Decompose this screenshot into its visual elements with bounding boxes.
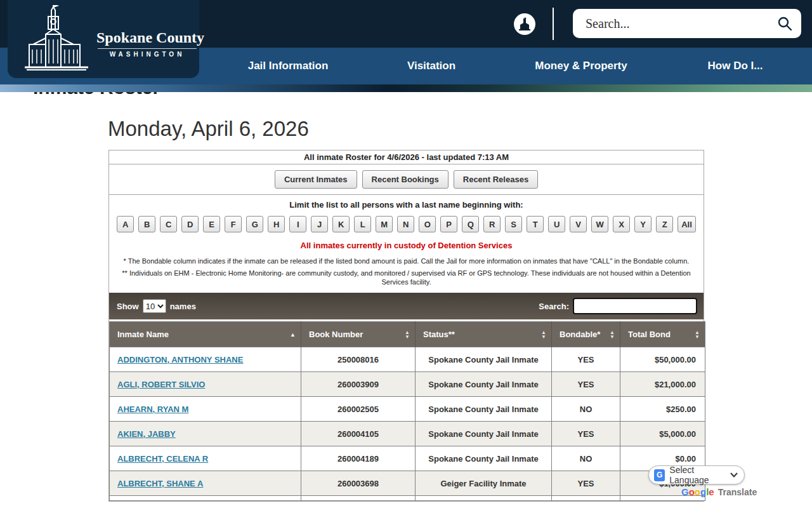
translate-icon: G xyxy=(654,469,665,481)
letter-button-b[interactable]: B xyxy=(138,216,155,232)
letter-button-f[interactable]: F xyxy=(225,216,242,232)
sort-both-icon: ▲▼ xyxy=(541,330,546,339)
letter-button-i[interactable]: I xyxy=(289,216,306,232)
bondable-cell: YES xyxy=(552,372,620,397)
table-toolbar: Show 10 names Search: xyxy=(109,293,704,319)
inmate-link[interactable]: AGLI, ROBERT SILVIO xyxy=(117,380,205,389)
letter-button-t[interactable]: T xyxy=(527,216,544,232)
nav-how-do-i[interactable]: How Do I... xyxy=(708,48,763,84)
recent-bookings-button[interactable]: Recent Bookings xyxy=(362,170,449,189)
date-heading: Monday, April 6, 2026 xyxy=(108,117,309,141)
translate-label: Translate xyxy=(718,487,757,497)
letter-button-x[interactable]: X xyxy=(613,216,630,232)
col-status[interactable]: Status** ▲▼ xyxy=(416,322,552,347)
letter-button-u[interactable]: U xyxy=(548,216,565,232)
sort-both-icon: ▲▼ xyxy=(610,330,615,339)
bondable-cell: YES xyxy=(552,422,620,446)
letter-button-all[interactable]: All xyxy=(678,216,696,232)
book-number-cell: 260003909 xyxy=(301,372,416,397)
table-search-input[interactable] xyxy=(573,298,697,314)
letter-button-r[interactable]: R xyxy=(483,216,501,232)
letter-button-y[interactable]: Y xyxy=(634,216,652,232)
inmate-link[interactable]: AHEARN, RYAN M xyxy=(117,404,188,414)
col-inmate-name[interactable]: Inmate Name ▲ xyxy=(110,322,301,347)
courthouse-badge-icon[interactable] xyxy=(514,13,535,35)
status-cell: Spokane County Jail Inmate xyxy=(416,372,552,397)
col-total-bond[interactable]: Total Bond ▲▼ xyxy=(620,322,705,347)
letter-button-v[interactable]: V xyxy=(570,216,587,232)
select-language-dropdown[interactable]: G Select Language xyxy=(648,465,745,485)
letter-button-p[interactable]: P xyxy=(440,216,457,232)
col-bondable[interactable]: Bondable* ▲▼ xyxy=(552,322,620,347)
recent-releases-button[interactable]: Recent Releases xyxy=(454,170,538,189)
inmate-link[interactable]: ALBRECHT, SHANE A xyxy=(117,479,203,488)
header-gradient-strip xyxy=(0,84,812,92)
site-search xyxy=(573,9,801,38)
letter-button-n[interactable]: N xyxy=(397,216,414,232)
sort-both-icon: ▲▼ xyxy=(405,330,410,339)
total-bond-cell: $250.00 xyxy=(620,397,705,422)
letter-button-k[interactable]: K xyxy=(332,216,350,232)
letter-button-a[interactable]: A xyxy=(117,216,134,232)
table-row: ADDINGTON, ANTHONY SHANE 250008016 Spoka… xyxy=(110,347,705,372)
show-label: Show xyxy=(117,302,139,311)
letter-button-m[interactable]: M xyxy=(376,216,393,232)
chevron-down-icon xyxy=(730,471,738,479)
letter-button-s[interactable]: S xyxy=(505,216,522,232)
inmate-link[interactable]: ALBRECHT, CELENA R xyxy=(117,454,208,464)
county-logo[interactable]: Spokane County WASHINGTON xyxy=(8,0,199,78)
letter-button-c[interactable]: C xyxy=(160,216,177,232)
book-number-cell: 250008016 xyxy=(301,347,416,372)
status-cell: Spokane County Jail Inmate xyxy=(416,422,552,446)
bondable-cell: YES xyxy=(552,347,620,372)
current-inmates-button[interactable]: Current Inmates xyxy=(275,170,357,189)
courthouse-icon xyxy=(22,5,91,74)
sort-asc-icon: ▲ xyxy=(290,332,296,337)
letter-button-o[interactable]: O xyxy=(419,216,436,232)
ehm-note: ** Individuals on EHM - Electronic Home … xyxy=(113,269,700,286)
letter-button-l[interactable]: L xyxy=(354,216,371,232)
inmate-link[interactable]: AKIEN, JABBY xyxy=(117,429,176,439)
status-cell: Geiger Facility Inmate xyxy=(416,471,552,496)
table-header-row: Inmate Name ▲ Book Number ▲▼ Status** ▲▼… xyxy=(110,322,705,347)
inmate-roster-page: Inmate Roster Monday, April 6, 2026 Jail… xyxy=(0,0,812,508)
letter-button-z[interactable]: Z xyxy=(656,216,673,232)
total-bond-cell: $5,000.00 xyxy=(620,422,705,446)
status-cell: Spokane County Jail Inmate xyxy=(416,446,552,471)
status-cell: Spokane County Jail Inmate xyxy=(416,347,552,372)
table-row: ALBRECHT, SHANE A 260003698 Geiger Facil… xyxy=(110,471,705,496)
letter-button-g[interactable]: G xyxy=(246,216,263,232)
roster-caption: All inmate Roster for 4/6/2026 - last up… xyxy=(109,150,704,164)
total-bond-cell: $21,000.00 xyxy=(620,372,705,397)
nav-visitation[interactable]: Visitation xyxy=(407,48,455,84)
letter-buttons: A B C D E F G H I J K L M N O P Q R S T xyxy=(113,216,700,232)
sort-both-icon: ▲▼ xyxy=(695,330,700,339)
view-buttons: Current Inmates Recent Bookings Recent R… xyxy=(109,164,704,195)
nav-jail-information[interactable]: Jail Information xyxy=(248,48,329,84)
letter-filter-label: Limit the list to all persons with a las… xyxy=(113,200,700,210)
bondable-cell: YES xyxy=(552,471,620,496)
total-bond-cell: $50,000.00 xyxy=(620,347,705,372)
inmate-link[interactable]: ADDINGTON, ANTHONY SHANE xyxy=(117,355,243,364)
table-row: AGLI, ROBERT SILVIO 260003909 Spokane Co… xyxy=(110,372,705,397)
google-translate-attribution: GoogleTranslate xyxy=(681,486,757,497)
nav-money-property[interactable]: Money & Property xyxy=(535,48,627,84)
letter-button-w[interactable]: W xyxy=(591,216,608,232)
table-row-partial xyxy=(110,496,705,501)
page-length-select[interactable]: 10 xyxy=(143,299,166,313)
logo-title: Spokane County xyxy=(96,29,198,46)
col-book-number[interactable]: Book Number ▲▼ xyxy=(301,322,416,347)
logo-rule xyxy=(98,48,197,49)
letter-button-j[interactable]: J xyxy=(311,216,328,232)
logo-subtitle: WASHINGTON xyxy=(96,51,198,58)
status-cell: Spokane County Jail Inmate xyxy=(416,397,552,422)
book-number-cell: 260004105 xyxy=(301,422,416,446)
letter-button-h[interactable]: H xyxy=(268,216,285,232)
book-number-cell: 260004189 xyxy=(301,446,416,471)
letter-button-d[interactable]: D xyxy=(181,216,199,232)
site-search-input[interactable] xyxy=(586,17,777,31)
letter-button-e[interactable]: E xyxy=(203,216,220,232)
letter-button-q[interactable]: Q xyxy=(462,216,479,232)
search-icon[interactable] xyxy=(777,16,792,31)
roster-panel: All inmate Roster for 4/6/2026 - last up… xyxy=(108,150,704,502)
